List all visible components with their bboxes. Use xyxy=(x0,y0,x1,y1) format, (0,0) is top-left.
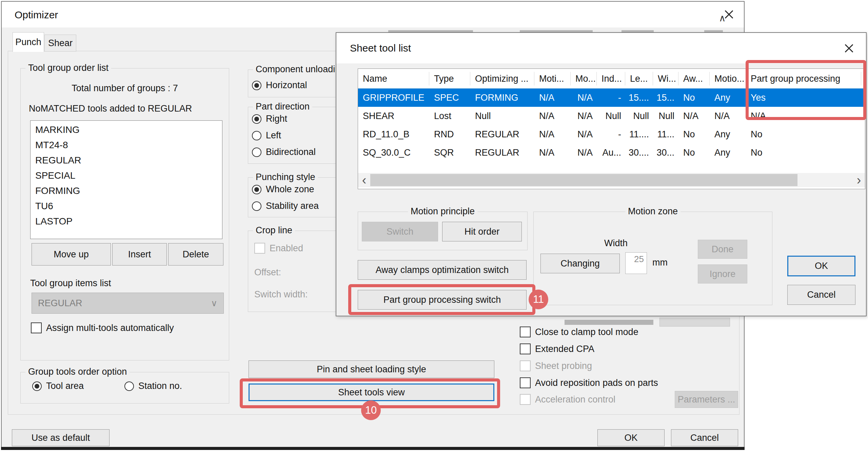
station-no-row[interactable]: Station no. xyxy=(124,381,182,391)
cell: Lost xyxy=(429,111,470,121)
cell: 11... xyxy=(653,129,678,140)
optimizer-cancel-button[interactable]: Cancel xyxy=(671,429,738,446)
close-to-clamp-row[interactable]: Close to clamp tool mode xyxy=(520,327,638,337)
whole-zone-row[interactable]: Whole zone xyxy=(252,184,314,195)
list-item[interactable]: SPECIAL xyxy=(35,168,222,183)
delete-label: Delete xyxy=(182,249,209,260)
acceleration-control-row: Acceleration control xyxy=(520,394,615,405)
extended-cpa-checkbox[interactable] xyxy=(520,343,531,354)
tool-group-order-label: Tool group order list xyxy=(25,63,111,73)
punching-style-groupbox: Punching style xyxy=(248,177,346,217)
horizontal-radio[interactable] xyxy=(252,81,261,90)
horizontal-label: Horizontal xyxy=(266,80,307,91)
dropdown-value: REGULAR xyxy=(38,298,82,309)
cell: No xyxy=(678,93,710,103)
col-mo[interactable]: Mo... xyxy=(571,72,597,85)
sheet-dialog-cancel-button[interactable]: Cancel xyxy=(787,285,855,305)
assign-multitools-row[interactable]: Assign multi-tools automatically xyxy=(31,322,174,333)
stability-area-row[interactable]: Stability area xyxy=(252,201,319,211)
tool-area-row[interactable]: Tool area xyxy=(32,381,84,391)
cell: N/A xyxy=(571,93,597,103)
cell: No xyxy=(746,129,861,140)
acceleration-control-label: Acceleration control xyxy=(535,394,615,405)
col-wi[interactable]: Wi... xyxy=(653,72,678,85)
punching-style-label: Punching style xyxy=(253,172,318,182)
away-clamps-button[interactable]: Away clamps optimization switch xyxy=(358,260,527,280)
col-ind[interactable]: Ind... xyxy=(597,72,625,85)
pin-sheet-loading-button[interactable]: Pin and sheet loading style xyxy=(249,360,494,378)
sheet-dialog-close-icon[interactable] xyxy=(840,40,858,57)
col-le[interactable]: Le... xyxy=(625,72,653,85)
cell: Any xyxy=(710,148,746,158)
part-direction-left-row[interactable]: Left xyxy=(252,130,281,141)
stability-area-radio[interactable] xyxy=(252,201,261,211)
clipped-button-fragment xyxy=(659,318,730,327)
scroll-left-icon[interactable]: ‹ xyxy=(358,173,370,187)
tool-group-listbox[interactable]: MARKING MT24-8 REGULAR SPECIAL FORMING T… xyxy=(30,120,222,239)
width-label: Width xyxy=(604,238,628,249)
cell: Au... xyxy=(597,148,625,158)
tool-area-radio[interactable] xyxy=(32,381,42,391)
list-item[interactable]: LASTOP xyxy=(35,214,222,229)
move-up-label: Move up xyxy=(54,249,89,260)
cell: 11.... xyxy=(625,129,653,140)
list-item[interactable]: MARKING xyxy=(35,122,222,137)
avoid-pads-label: Avoid reposition pads on parts xyxy=(535,378,658,388)
bidirectional-radio[interactable] xyxy=(252,148,261,157)
col-moti[interactable]: Moti... xyxy=(534,72,571,85)
col-name[interactable]: Name xyxy=(358,72,429,85)
table-row-rd-11-0-b[interactable]: RD_11.0_B RND REGULAR N/A N/A - 11.... 1… xyxy=(358,125,865,143)
sheet-dialog-ok-button[interactable]: OK xyxy=(787,256,855,276)
part-direction-bidirectional-row[interactable]: Bidirectional xyxy=(252,147,316,157)
list-item[interactable]: REGULAR xyxy=(35,153,222,168)
left-label: Left xyxy=(266,130,281,141)
insert-button[interactable]: Insert xyxy=(112,243,167,266)
cell: REGULAR xyxy=(470,129,534,140)
col-type[interactable]: Type xyxy=(429,72,470,85)
scroll-right-icon[interactable]: › xyxy=(853,173,865,187)
horizontal-radio-row[interactable]: Horizontal xyxy=(252,80,307,91)
changing-button[interactable]: Changing xyxy=(540,254,620,273)
right-radio[interactable] xyxy=(252,114,261,124)
done-button: Done xyxy=(698,240,747,259)
list-item[interactable]: MT24-8 xyxy=(35,137,222,153)
highlight-box-part-group-column xyxy=(746,60,866,120)
list-item[interactable]: TU6 xyxy=(35,198,222,214)
tool-group-items-dropdown[interactable]: REGULAR ∨ xyxy=(32,293,224,314)
whole-zone-radio[interactable] xyxy=(252,185,261,194)
avoid-pads-checkbox[interactable] xyxy=(520,377,531,388)
width-input[interactable]: 25 xyxy=(625,252,647,274)
cell: 30... xyxy=(653,148,678,158)
move-up-button[interactable]: Move up xyxy=(32,243,111,266)
cell: Any xyxy=(710,129,746,140)
station-no-radio[interactable] xyxy=(124,381,134,391)
away-clamps-label: Away clamps optimization switch xyxy=(376,265,509,275)
left-radio[interactable] xyxy=(252,131,261,140)
close-to-clamp-checkbox[interactable] xyxy=(520,327,531,337)
optimizer-ok-button[interactable]: OK xyxy=(597,429,665,446)
col-aw[interactable]: Aw... xyxy=(678,72,710,85)
avoid-pads-row[interactable]: Avoid reposition pads on parts xyxy=(520,377,658,388)
table-horizontal-scrollbar[interactable]: ‹ › xyxy=(358,173,865,187)
delete-button[interactable]: Delete xyxy=(168,243,223,266)
assign-multitools-checkbox[interactable] xyxy=(31,322,42,333)
table-row-sq-30-0-c[interactable]: SQ_30.0_C SQR REGULAR N/A N/A Au... 30..… xyxy=(358,143,865,162)
tab-punch[interactable]: Punch xyxy=(13,32,44,52)
tab-shear[interactable]: Shear xyxy=(44,35,76,52)
cell: 30.... xyxy=(625,148,653,158)
col-motio[interactable]: Motio... xyxy=(710,72,746,85)
cell: No xyxy=(746,148,861,158)
scrollbar-thumb[interactable] xyxy=(370,174,797,186)
part-direction-label: Part direction xyxy=(253,101,312,112)
list-item[interactable]: FORMING xyxy=(35,183,222,198)
extended-cpa-row[interactable]: Extended CPA xyxy=(520,343,594,354)
part-direction-right-row[interactable]: Right xyxy=(252,114,287,124)
clipped-content-fragment xyxy=(565,320,653,325)
optimizer-title: Optimizer xyxy=(15,9,58,21)
use-as-default-button[interactable]: Use as default xyxy=(12,429,110,446)
col-optimizing[interactable]: Optimizing ... xyxy=(470,72,534,85)
crop-line-label: Crop line xyxy=(253,225,295,236)
cell: N/A xyxy=(571,148,597,158)
cell: RD_11.0_B xyxy=(358,129,429,140)
hit-order-button[interactable]: Hit order xyxy=(442,222,522,241)
